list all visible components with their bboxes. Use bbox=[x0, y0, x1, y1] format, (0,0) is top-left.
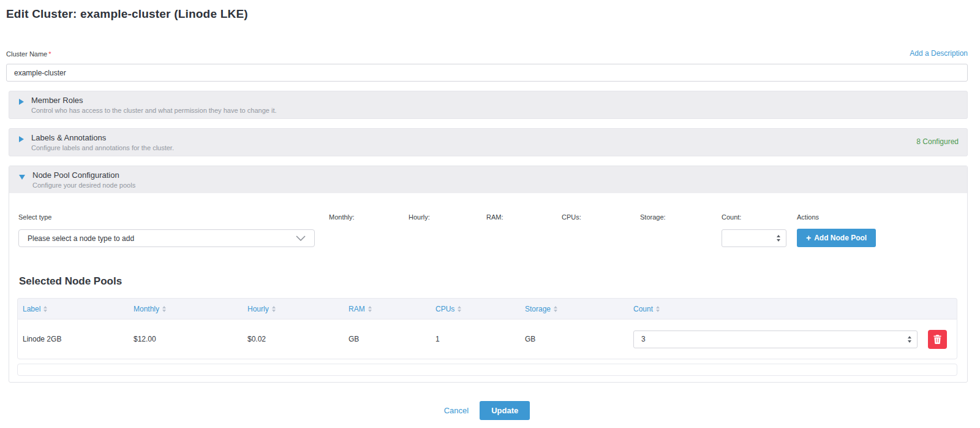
table-header-row: Label Monthly Hourly RAM CPUs Storage Co… bbox=[17, 298, 957, 319]
cell-ram: GB bbox=[344, 335, 431, 343]
update-button[interactable]: Update bbox=[480, 401, 530, 420]
node-pool-subtitle: Configure your desired node pools bbox=[32, 182, 135, 189]
select-type-label: Select type bbox=[18, 213, 329, 229]
expand-triangle-icon bbox=[19, 99, 24, 105]
labels-annotations-subtitle: Configure labels and annotations for the… bbox=[31, 144, 174, 151]
row-count-value: 3 bbox=[641, 335, 646, 343]
section-member-roles[interactable]: Member Roles Control who has access to t… bbox=[9, 91, 968, 119]
header-cpus-text: CPUs bbox=[435, 305, 454, 313]
add-description-link[interactable]: Add a Description bbox=[910, 49, 968, 58]
cpus-column-label: CPUs: bbox=[562, 213, 640, 229]
cell-storage: GB bbox=[520, 335, 628, 343]
footer-actions: Cancel Update bbox=[6, 401, 968, 420]
header-count-text: Count bbox=[633, 305, 653, 313]
sort-icon bbox=[272, 306, 276, 312]
table-header-count[interactable]: Count bbox=[628, 305, 923, 313]
table-header-hourly[interactable]: Hourly bbox=[243, 305, 344, 313]
count-stepper[interactable] bbox=[775, 234, 782, 243]
actions-column-label: Actions bbox=[797, 213, 967, 229]
row-count-input[interactable]: 3 bbox=[633, 331, 918, 348]
table-header-monthly[interactable]: Monthly bbox=[129, 305, 243, 313]
configured-count-badge: 8 Configured bbox=[916, 137, 959, 146]
cell-hourly: $0.02 bbox=[243, 335, 344, 343]
selected-node-pools-heading: Selected Node Pools bbox=[19, 275, 967, 288]
table-header-label[interactable]: Label bbox=[18, 305, 129, 313]
table-footer-strip bbox=[17, 364, 957, 376]
table-header-storage[interactable]: Storage bbox=[520, 305, 628, 313]
edit-cluster-page: Edit Cluster: example-cluster (Linode LK… bbox=[0, 0, 980, 420]
node-pool-title: Node Pool Configuration bbox=[32, 170, 135, 180]
ram-column-label: RAM: bbox=[486, 213, 562, 229]
add-node-pool-form: Select type Monthly: Hourly: RAM: CPUs: … bbox=[9, 193, 967, 247]
expand-triangle-icon bbox=[19, 136, 24, 142]
add-node-pool-button[interactable]: + Add Node Pool bbox=[797, 229, 876, 247]
monthly-column-label: Monthly: bbox=[329, 213, 409, 229]
chevron-down-icon bbox=[296, 235, 306, 241]
member-roles-subtitle: Control who has access to the cluster an… bbox=[31, 107, 277, 114]
hourly-column-label: Hourly: bbox=[409, 213, 486, 229]
table-row: Linode 2GB $12.00 $0.02 GB 1 GB 3 bbox=[17, 319, 957, 359]
header-ram-text: RAM bbox=[349, 305, 365, 313]
row-count-stepper[interactable] bbox=[907, 335, 913, 344]
page-title: Edit Cluster: example-cluster (Linode LK… bbox=[6, 7, 968, 21]
cancel-button[interactable]: Cancel bbox=[444, 406, 469, 415]
cluster-name-input[interactable] bbox=[6, 64, 968, 82]
header-storage-text: Storage bbox=[525, 305, 551, 313]
collapse-triangle-icon bbox=[19, 175, 25, 180]
header-label-text: Label bbox=[23, 305, 40, 313]
section-labels-annotations[interactable]: Labels & Annotations Configure labels an… bbox=[9, 128, 968, 156]
node-pool-configuration-panel: Node Pool Configuration Configure your d… bbox=[9, 166, 968, 383]
node-type-select-value: Please select a node type to add bbox=[28, 234, 134, 243]
labels-annotations-title: Labels & Annotations bbox=[31, 133, 174, 142]
sort-icon bbox=[162, 306, 166, 312]
plus-icon: + bbox=[806, 235, 811, 241]
trash-icon bbox=[933, 335, 941, 344]
sort-icon bbox=[554, 306, 557, 312]
node-type-select[interactable]: Please select a node type to add bbox=[18, 229, 315, 247]
storage-column-label: Storage: bbox=[640, 213, 722, 229]
table-header-ram[interactable]: RAM bbox=[344, 305, 431, 313]
count-column-label: Count: bbox=[722, 213, 797, 229]
cell-cpus: 1 bbox=[431, 335, 520, 343]
cluster-name-label: Cluster Name* bbox=[6, 50, 51, 58]
cell-label: Linode 2GB bbox=[18, 335, 129, 343]
sort-icon bbox=[458, 306, 461, 312]
cluster-name-block: Cluster Name* Add a Description bbox=[6, 49, 968, 82]
cell-monthly: $12.00 bbox=[129, 335, 243, 343]
sort-icon bbox=[43, 306, 47, 312]
header-monthly-text: Monthly bbox=[134, 305, 159, 313]
sort-icon bbox=[656, 306, 660, 312]
delete-pool-button[interactable] bbox=[928, 330, 947, 349]
section-node-pool-configuration[interactable]: Node Pool Configuration Configure your d… bbox=[9, 166, 967, 193]
cluster-name-label-text: Cluster Name bbox=[6, 50, 47, 58]
pool-count-input[interactable] bbox=[722, 229, 786, 247]
member-roles-title: Member Roles bbox=[31, 96, 277, 105]
sort-icon bbox=[368, 306, 372, 312]
table-header-cpus[interactable]: CPUs bbox=[431, 305, 520, 313]
required-asterisk: * bbox=[48, 50, 51, 58]
selected-node-pools-table: Label Monthly Hourly RAM CPUs Storage Co… bbox=[17, 298, 957, 376]
header-hourly-text: Hourly bbox=[247, 305, 269, 313]
add-node-pool-button-label: Add Node Pool bbox=[814, 234, 867, 242]
